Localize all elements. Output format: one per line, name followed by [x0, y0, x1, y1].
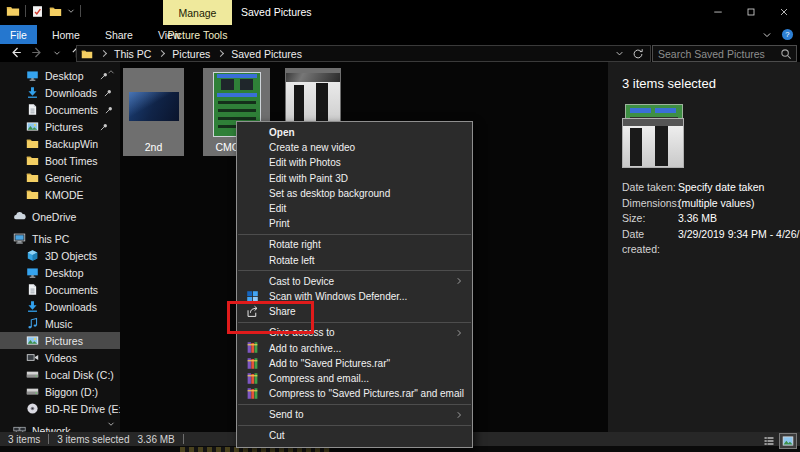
menu-separator [238, 270, 471, 271]
menu-item-label: Edit with Photos [269, 157, 341, 168]
properties-icon[interactable] [31, 5, 44, 18]
customize-toolbar-icon[interactable] [67, 7, 75, 15]
menu-item-rotate-right[interactable]: Rotate right [237, 237, 472, 252]
sidebar-item-this-pc[interactable]: This PC [0, 230, 120, 247]
menu-item-give-access-to[interactable]: Give access to [237, 325, 472, 340]
context-menu: OpenCreate a new videoEdit with PhotosEd… [236, 121, 473, 448]
tab-home[interactable]: Home [42, 25, 90, 44]
menu-item-cut[interactable]: Cut [237, 428, 472, 443]
sidebar-item-label: Documents [45, 104, 98, 116]
toolbar-separator [80, 5, 81, 17]
scroll-up-icon[interactable] [107, 68, 115, 76]
sidebar-item-documents[interactable]: Documents [0, 281, 120, 298]
sidebar-item-boot-times[interactable]: Boot Times [0, 152, 120, 169]
details-view-icon [763, 435, 775, 447]
sidebar-item-videos[interactable]: Videos [0, 349, 120, 366]
folder-icon [26, 171, 39, 184]
close-button[interactable] [767, 0, 800, 23]
menu-item-compress-and-email[interactable]: Compress and email... [237, 371, 472, 386]
menu-item-add-to-archive[interactable]: Add to archive... [237, 340, 472, 355]
music-icon [26, 317, 39, 330]
menu-item-share[interactable]: Share [237, 304, 472, 319]
scroll-down-icon[interactable] [107, 420, 115, 428]
new-folder-icon[interactable] [49, 5, 62, 18]
sidebar-item-generic[interactable]: Generic [0, 169, 120, 186]
sidebar-item-bd-re-drive-e[interactable]: BD-RE Drive (E:) [0, 400, 120, 417]
detail-label: Size: [622, 211, 678, 227]
contextual-tab-group[interactable]: Manage [163, 0, 232, 25]
minimize-button[interactable] [701, 0, 734, 23]
submenu-chevron-icon [455, 328, 463, 338]
sidebar-item-kmode[interactable]: KMODE [0, 186, 120, 203]
status-separator [48, 434, 49, 444]
address-dropdown-icon[interactable] [615, 49, 624, 58]
file-tile-2nd[interactable]: 2nd [123, 68, 184, 156]
sidebar-item-label: Desktop [45, 267, 84, 279]
detail-value: 3/29/2019 9:34 PM - 4/26/... [678, 227, 800, 258]
sidebar-item-desktop[interactable]: Desktop [0, 67, 120, 84]
menu-item-edit-with-paint-3d[interactable]: Edit with Paint 3D [237, 171, 472, 186]
menu-item-label: Compress and email... [269, 373, 369, 384]
details-view-button[interactable] [761, 434, 777, 448]
videos-icon [26, 351, 39, 364]
sidebar-item-label: Documents [45, 284, 98, 296]
search-input[interactable] [653, 48, 780, 60]
help-icon[interactable]: ? [781, 28, 794, 41]
sidebar-item-documents[interactable]: Documents [0, 101, 120, 118]
menu-item-cast-to-device[interactable]: Cast to Device [237, 274, 472, 289]
menu-item-edit-with-photos[interactable]: Edit with Photos [237, 155, 472, 170]
selection-summary: 3 items selected [622, 76, 800, 91]
sidebar-item-onedrive[interactable]: OneDrive [0, 208, 120, 225]
tab-file[interactable]: File [0, 25, 37, 44]
menu-item-compress-to-saved-pictures-rar-and-email[interactable]: Compress to "Saved Pictures.rar" and ema… [237, 386, 472, 401]
breadcrumb-item-saved-pictures[interactable]: Saved Pictures [231, 48, 302, 60]
sidebar-item-label: Generic [45, 172, 82, 184]
sidebar-item-label: This PC [32, 233, 69, 245]
breadcrumb-item-this-pc[interactable]: This PC [114, 48, 151, 60]
sidebar-item-backupwin[interactable]: BackupWin [0, 135, 120, 152]
refresh-icon[interactable] [632, 48, 644, 60]
sidebar-item-downloads[interactable]: Downloads [0, 298, 120, 315]
menu-item-add-to-saved-pictures-rar[interactable]: Add to "Saved Pictures.rar" [237, 356, 472, 371]
svg-text:?: ? [785, 30, 789, 39]
sidebar-item-music[interactable]: Music [0, 315, 120, 332]
detail-row-size: Size:3.36 MB [622, 211, 800, 227]
menu-item-send-to[interactable]: Send to [237, 407, 472, 422]
sidebar-item-pictures[interactable]: Pictures [0, 332, 120, 349]
thumbnails-view-button[interactable] [780, 434, 796, 448]
sidebar-item-biggon-d[interactable]: Biggon (D:) [0, 383, 120, 400]
address-bar-row: This PCPicturesSaved Pictures [0, 44, 800, 62]
menu-item-set-as-desktop-background[interactable]: Set as desktop background [237, 186, 472, 201]
menu-item-scan-with-windows-defender[interactable]: Scan with Windows Defender... [237, 289, 472, 304]
sidebar-item-3d-objects[interactable]: 3D Objects [0, 247, 120, 264]
menu-separator [238, 322, 471, 323]
sidebar-item-pictures[interactable]: Pictures [0, 118, 120, 135]
status-selection: 3 items selected [57, 434, 129, 445]
tab-picture-tools[interactable]: Picture Tools [163, 25, 232, 44]
forward-icon[interactable] [31, 46, 44, 59]
menu-item-create-a-new-video[interactable]: Create a new video [237, 140, 472, 155]
search-icon[interactable] [780, 48, 792, 60]
maximize-button[interactable] [734, 0, 767, 23]
sidebar-item-local-disk-c[interactable]: Local Disk (C:) [0, 366, 120, 383]
folder-icon [26, 137, 39, 150]
menu-item-label: Open [269, 127, 295, 138]
tab-share[interactable]: Share [95, 25, 143, 44]
back-icon[interactable] [9, 46, 22, 59]
sidebar-item-desktop[interactable]: Desktop [0, 264, 120, 281]
expand-ribbon-icon[interactable] [762, 30, 772, 40]
recent-locations-icon[interactable] [53, 49, 61, 57]
menu-item-rotate-left[interactable]: Rotate left [237, 253, 472, 268]
sidebar-item-downloads[interactable]: Downloads [0, 84, 120, 101]
menu-item-label: Edit with Paint 3D [269, 173, 348, 184]
ribbon-right-icons: ? [762, 28, 794, 41]
menu-item-label: Share [269, 306, 296, 317]
title-bar: Manage Saved Pictures [0, 0, 800, 25]
pictures-icon [26, 120, 39, 133]
search-box[interactable] [652, 45, 797, 62]
menu-item-print[interactable]: Print [237, 216, 472, 231]
menu-item-open[interactable]: Open [237, 125, 472, 140]
menu-item-edit[interactable]: Edit [237, 201, 472, 216]
breadcrumb-item-pictures[interactable]: Pictures [172, 48, 210, 60]
address-bar[interactable]: This PCPicturesSaved Pictures [76, 45, 651, 62]
